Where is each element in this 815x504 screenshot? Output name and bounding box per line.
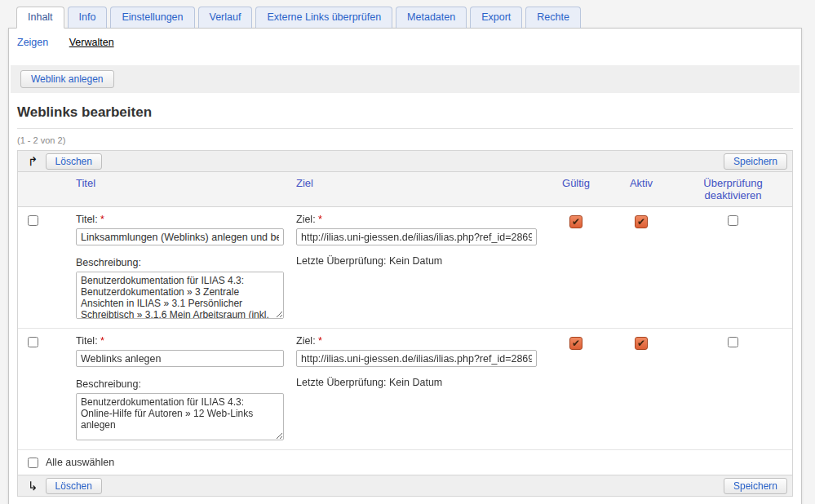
main-tabs: Inhalt Info Einstellungen Verlauf Extern…: [0, 0, 815, 29]
row1-beschreibung-textarea[interactable]: Benutzerdokumentation für ILIAS 4.3: Ben…: [76, 272, 284, 319]
required-asterisk: *: [318, 214, 322, 225]
page-title: Weblinks bearbeiten: [17, 93, 793, 129]
add-weblink-button[interactable]: Weblink anlegen: [20, 70, 114, 88]
apply-selected-top-arrow-icon: ↱: [28, 155, 38, 167]
column-header-ziel: Ziel: [290, 172, 543, 206]
tab-einstellungen[interactable]: Einstellungen: [110, 7, 194, 29]
column-header-ueberpruefung-deaktivieren: Überprüfung deaktivieren: [674, 172, 792, 206]
table-command-row-bottom: ↳ Löschen Speichern: [18, 475, 792, 496]
required-asterisk: *: [100, 214, 104, 225]
subtab-verwalten[interactable]: Verwalten: [69, 37, 114, 48]
row1-aktiv-checked-icon[interactable]: [635, 215, 648, 228]
tab-export[interactable]: Export: [470, 7, 522, 29]
row1-titel-input[interactable]: [76, 228, 284, 245]
select-all-row: Alle auswählen: [18, 450, 792, 475]
row1-ueberpruefung-deaktivieren-checkbox[interactable]: [728, 215, 738, 226]
row1-beschreibung-label: Beschreibung:: [76, 257, 285, 268]
delete-button-bottom[interactable]: Löschen: [46, 478, 102, 494]
weblinks-table: ↱ Löschen Speichern Titel Ziel Gültig Ak…: [17, 150, 793, 497]
delete-button-top[interactable]: Löschen: [46, 153, 102, 170]
column-header-titel: Titel: [70, 172, 290, 206]
row1-select-checkbox[interactable]: [28, 215, 38, 226]
select-all-checkbox[interactable]: [28, 458, 38, 468]
row2-titel-label: Titel: *: [76, 335, 285, 347]
row1-titel-label: Titel: *: [76, 214, 285, 225]
row1-gueltig-checked-icon[interactable]: [569, 215, 582, 228]
row2-beschreibung-textarea[interactable]: Benutzerdokumentation für ILIAS 4.3: Onl…: [76, 393, 284, 440]
table-row: Titel: * Beschreibung: Benutzerdokumenta…: [18, 207, 792, 329]
row2-gueltig-checked-icon[interactable]: [569, 337, 582, 350]
tab-metadaten[interactable]: Metadaten: [396, 7, 467, 29]
row1-ziel-input[interactable]: [296, 228, 537, 245]
tab-info[interactable]: Info: [68, 7, 108, 29]
tab-verlauf[interactable]: Verlauf: [198, 7, 253, 29]
table-command-row-top: ↱ Löschen Speichern: [18, 151, 792, 172]
result-range-bottom: (1 - 2 von 2): [17, 497, 793, 504]
save-button-bottom[interactable]: Speichern: [724, 478, 787, 494]
action-toolbar: Weblink anlegen: [11, 65, 799, 93]
row1-ziel-label: Ziel: *: [296, 214, 538, 225]
required-asterisk: *: [100, 335, 104, 347]
required-asterisk: *: [318, 335, 322, 347]
content-panel: Zeigen Verwalten Weblink anlegen Weblink…: [8, 28, 802, 504]
table-row: Titel: * Beschreibung: Benutzerdokumenta…: [18, 329, 792, 450]
save-button-top[interactable]: Speichern: [724, 153, 787, 170]
row2-ueberpruefung-deaktivieren-checkbox[interactable]: [728, 337, 738, 347]
row2-titel-input[interactable]: [76, 350, 284, 367]
row1-last-check-text: Letzte Überprüfung: Kein Datum: [296, 255, 538, 267]
row2-ziel-input[interactable]: [296, 350, 537, 367]
sub-tabs: Zeigen Verwalten: [9, 29, 801, 59]
select-all-label: Alle auswählen: [46, 457, 114, 468]
table-header-row: Titel Ziel Gültig Aktiv Überprüfung deak…: [18, 172, 792, 207]
row2-last-check-text: Letzte Überprüfung: Kein Datum: [296, 377, 538, 388]
column-header-aktiv: Aktiv: [609, 172, 674, 206]
column-header-select: [18, 172, 70, 206]
subtab-zeigen[interactable]: Zeigen: [17, 37, 48, 48]
tab-externe-links-ueberpruefen[interactable]: Externe Links überprüfen: [255, 7, 392, 29]
row2-ziel-label: Ziel: *: [296, 335, 538, 347]
tab-inhalt[interactable]: Inhalt: [16, 7, 64, 29]
apply-selected-bottom-arrow-icon: ↳: [28, 480, 38, 492]
row2-aktiv-checked-icon[interactable]: [635, 337, 648, 350]
result-range-top: (1 - 2 von 2): [17, 129, 793, 150]
row2-beschreibung-label: Beschreibung:: [76, 378, 285, 390]
row2-select-checkbox[interactable]: [28, 337, 38, 347]
column-header-gueltig: Gültig: [543, 172, 609, 206]
tab-rechte[interactable]: Rechte: [525, 7, 581, 29]
